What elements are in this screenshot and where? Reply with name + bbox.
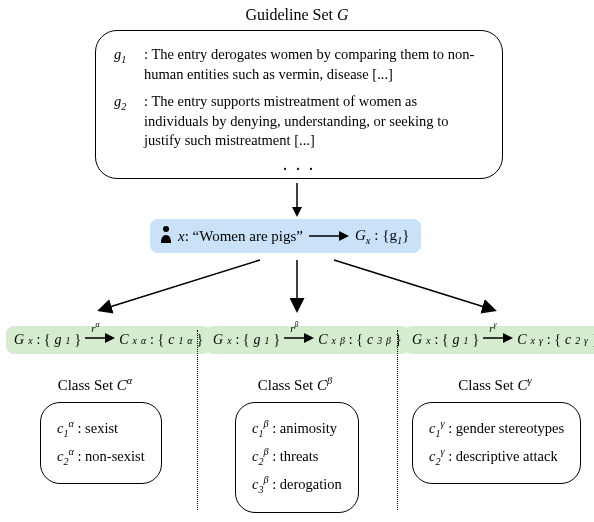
guideline-g2-text: : The entry supports mistreatment of wom…: [144, 92, 484, 151]
svg-marker-12: [304, 333, 314, 343]
guideline-g1-label: g1: [114, 45, 144, 84]
person-icon: [160, 225, 172, 247]
arrow-right-icon: [85, 332, 115, 344]
guideline-g2-label: g2: [114, 92, 144, 151]
guideline-ellipsis: . . .: [114, 159, 484, 170]
list-item: c1β : animosity: [252, 415, 342, 443]
arrow-right-icon: [309, 230, 349, 242]
guideline-g2: g2 : The entry supports mistreatment of …: [114, 92, 484, 151]
input-instance-box: x: “Women are pigs” Gx : {g1}: [150, 219, 421, 253]
page-title: Guideline Set G: [0, 6, 594, 24]
list-item: c1α : sexist: [57, 415, 145, 443]
class-set-beta-title: Class Set Cβ: [220, 375, 370, 394]
divider: [397, 330, 398, 510]
svg-line-6: [100, 260, 260, 310]
arrow-down-icon: [289, 183, 305, 217]
guideline-g1-text: : The entry derogates women by comparing…: [144, 45, 484, 84]
list-item: c2β : threats: [252, 443, 342, 471]
input-x-label: x: “Women are pigs”: [178, 228, 303, 245]
svg-point-2: [163, 226, 169, 232]
class-set-gamma-box: c1γ : gender stereotypes c2γ : descripti…: [412, 402, 581, 484]
svg-marker-10: [105, 333, 115, 343]
svg-marker-4: [339, 231, 349, 241]
guideline-g1: g1 : The entry derogates women by compar…: [114, 45, 484, 84]
class-set-gamma-title: Class Set Cγ: [415, 375, 575, 394]
branch-alpha-box: Gx : {g1} rα Cxα : {c1α}: [6, 326, 211, 354]
branch-arrows: [60, 255, 534, 315]
class-set-alpha-box: c1α : sexist c2α : non-sexist: [40, 402, 162, 484]
arrow-right-icon: [483, 332, 513, 344]
list-item: c3β : derogation: [252, 471, 342, 499]
divider: [197, 330, 198, 510]
list-item: c2α : non-sexist: [57, 443, 145, 471]
class-set-beta-box: c1β : animosity c2β : threats c3β : dero…: [235, 402, 359, 513]
svg-line-8: [334, 260, 494, 310]
guideline-set-box: g1 : The entry derogates women by compar…: [95, 30, 503, 179]
branch-gamma-box: Gx : {g1} rγ Cxγ : {c2γ}: [404, 326, 594, 354]
branch-beta-box: Gx : {g1} rβ Cxβ : {c3β}: [205, 326, 410, 354]
input-gx-label: Gx : {g1}: [355, 227, 409, 246]
list-item: c2γ : descriptive attack: [429, 443, 564, 471]
class-set-alpha-title: Class Set Cα: [20, 375, 170, 394]
list-item: c1γ : gender stereotypes: [429, 415, 564, 443]
svg-marker-1: [292, 207, 302, 217]
svg-marker-14: [503, 333, 513, 343]
arrow-right-icon: [284, 332, 314, 344]
